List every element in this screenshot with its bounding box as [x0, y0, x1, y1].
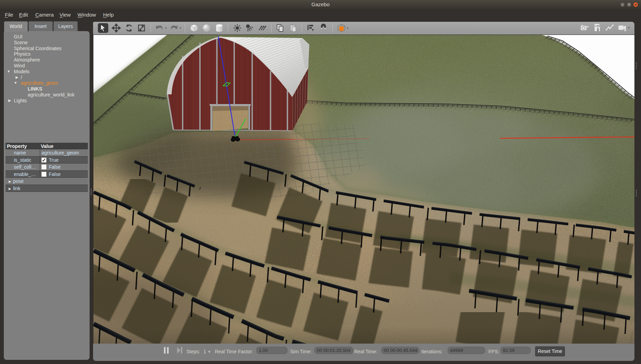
svg-text:LOG: LOG [595, 25, 600, 27]
